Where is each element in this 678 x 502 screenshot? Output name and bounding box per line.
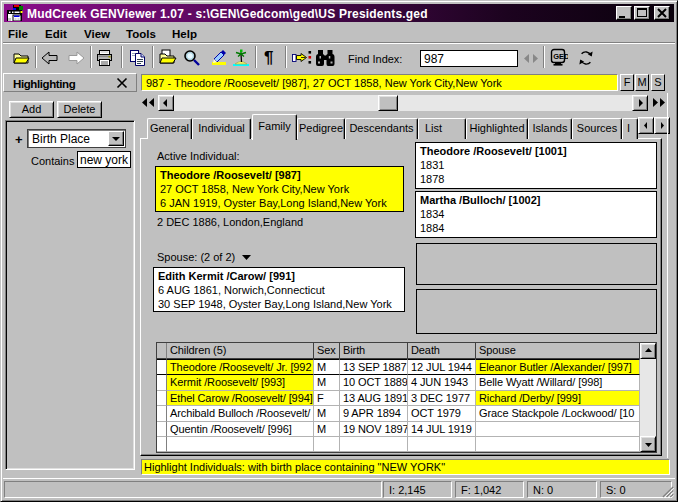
svg-text:GED: GED [553, 52, 568, 61]
svg-text:¶: ¶ [264, 48, 273, 66]
